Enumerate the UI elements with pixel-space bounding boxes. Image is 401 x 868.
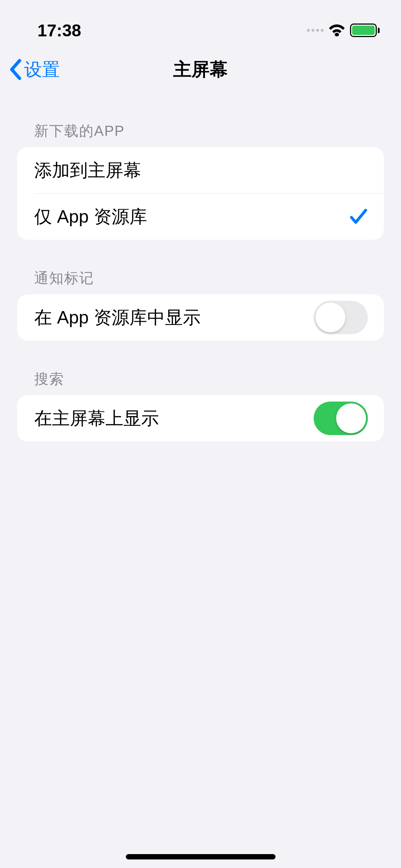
chevron-left-icon <box>9 58 22 81</box>
section-header-search: 搜索 <box>17 341 384 395</box>
option-label: 仅 App 资源库 <box>34 205 147 229</box>
back-label: 设置 <box>24 58 60 82</box>
nav-bar: 设置 主屏幕 <box>0 46 401 93</box>
page-title: 主屏幕 <box>173 57 228 82</box>
switch-show-on-home[interactable] <box>314 402 368 435</box>
option-app-library-only[interactable]: 仅 App 资源库 <box>17 193 384 240</box>
group-search: 在主屏幕上显示 <box>17 395 384 441</box>
status-time: 17:38 <box>37 21 81 40</box>
back-button[interactable]: 设置 <box>0 58 60 82</box>
status-bar: 17:38 <box>0 0 401 46</box>
checkmark-icon <box>349 208 368 225</box>
status-icons <box>307 24 380 37</box>
home-indicator[interactable] <box>126 854 276 859</box>
option-add-to-home[interactable]: 添加到主屏幕 <box>17 147 384 193</box>
option-label: 添加到主屏幕 <box>34 159 141 182</box>
section-header-new-apps: 新下载的APP <box>17 93 384 147</box>
group-badges: 在 App 资源库中显示 <box>17 294 384 341</box>
wifi-icon <box>328 24 346 37</box>
row-show-on-home: 在主屏幕上显示 <box>17 395 384 441</box>
row-label: 在主屏幕上显示 <box>34 407 159 430</box>
switch-show-in-library[interactable] <box>314 301 368 334</box>
group-new-apps: 添加到主屏幕 仅 App 资源库 <box>17 147 384 240</box>
row-label: 在 App 资源库中显示 <box>34 306 201 330</box>
battery-icon <box>350 24 380 37</box>
section-header-badges: 通知标记 <box>17 240 384 294</box>
row-show-in-library: 在 App 资源库中显示 <box>17 294 384 341</box>
cellular-dots-icon <box>307 29 324 32</box>
